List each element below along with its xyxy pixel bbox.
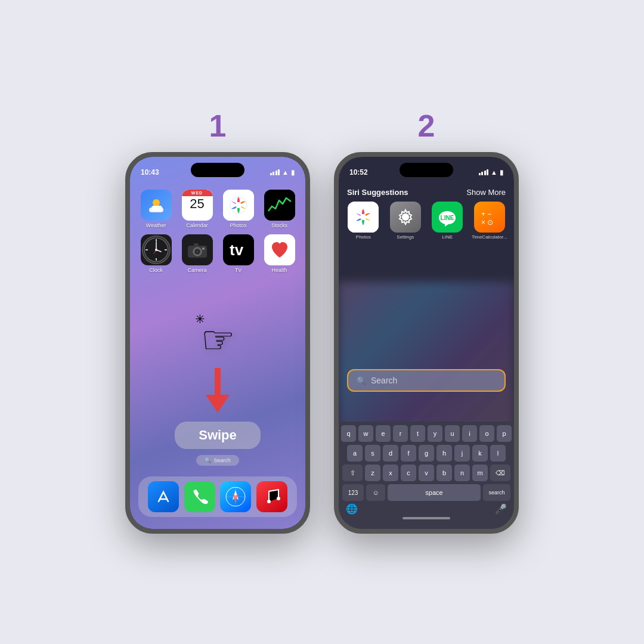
- search-pill[interactable]: 🔍 Search: [196, 455, 239, 466]
- status-icons-2: ▲ ▮: [479, 169, 503, 177]
- key-r[interactable]: r: [393, 425, 408, 442]
- app-photos[interactable]: Photos: [221, 190, 256, 228]
- search-bar[interactable]: 🔍 Search: [347, 369, 506, 392]
- phone2: 10:52 ▲ ▮ Siri Suggestions Show More: [334, 152, 519, 534]
- svg-rect-2: [151, 206, 162, 210]
- dock-appstore[interactable]: [148, 481, 179, 512]
- siri-timecalc-label: TimeCalculator...: [472, 234, 507, 240]
- phone1-inner: 10:43 ▲ ▮: [130, 157, 305, 529]
- dynamic-island-2: [400, 163, 453, 177]
- svg-point-18: [196, 250, 199, 253]
- gesture-area: ☞ ✳ Swipe 🔍 Search: [130, 318, 305, 466]
- siri-app-line[interactable]: LINE LINE: [429, 202, 466, 240]
- app-calendar[interactable]: WED 25 Calendar: [179, 190, 215, 228]
- svg-rect-19: [194, 243, 199, 246]
- key-i[interactable]: i: [462, 425, 477, 442]
- key-space[interactable]: space: [388, 484, 481, 501]
- svg-text:+  −: + −: [481, 210, 491, 218]
- search-bar-container: 🔍 Search: [347, 369, 506, 392]
- svg-point-36: [360, 214, 366, 220]
- dock-phone[interactable]: [184, 481, 215, 512]
- app-tv[interactable]: tv TV: [221, 234, 256, 273]
- key-n[interactable]: n: [454, 465, 470, 481]
- siri-app-settings[interactable]: Settings: [387, 202, 425, 240]
- time-1: 10:43: [141, 168, 159, 177]
- keyboard-row1: q w e r t y u i o p: [341, 425, 512, 442]
- weather-icon: [141, 190, 172, 221]
- signal-icon-2: [479, 169, 489, 175]
- music-icon: [256, 481, 287, 512]
- key-z[interactable]: z: [365, 465, 380, 481]
- app-weather[interactable]: Weather: [138, 190, 174, 228]
- globe-icon[interactable]: 🌐: [346, 503, 358, 515]
- dock-music[interactable]: [256, 481, 287, 512]
- key-p[interactable]: p: [497, 425, 512, 442]
- keyboard-extras: 🌐 🎤: [341, 501, 512, 515]
- svg-point-20: [202, 247, 205, 250]
- key-t[interactable]: t: [410, 425, 425, 442]
- keyboard: q w e r t y u i o p a s d f g: [339, 422, 514, 529]
- stocks-icon: [264, 190, 295, 221]
- step2-number: 2: [418, 110, 435, 141]
- phone-icon: [184, 481, 215, 512]
- wifi-icon-2: ▲: [491, 169, 497, 176]
- siri-apps-grid: Photos Settings: [345, 202, 508, 240]
- down-arrow: [200, 368, 236, 416]
- svg-text:LINE: LINE: [441, 215, 454, 221]
- mic-icon[interactable]: 🎤: [495, 503, 507, 515]
- siri-photos-icon: [348, 202, 379, 233]
- calendar-icon: WED 25: [182, 190, 213, 221]
- key-shift[interactable]: ⇧: [342, 465, 363, 481]
- svg-marker-23: [206, 395, 230, 413]
- key-k[interactable]: k: [472, 445, 488, 462]
- key-e[interactable]: e: [376, 425, 391, 442]
- search-icon: 🔍: [205, 457, 211, 463]
- key-w[interactable]: w: [358, 425, 373, 442]
- app-stocks[interactable]: Stocks: [262, 190, 297, 228]
- app-health[interactable]: Health: [262, 234, 297, 273]
- svg-point-34: [277, 497, 280, 500]
- key-j[interactable]: j: [454, 445, 470, 462]
- key-b[interactable]: b: [436, 465, 452, 481]
- phone1: 10:43 ▲ ▮: [125, 152, 310, 534]
- app-camera[interactable]: Camera: [179, 234, 215, 273]
- key-q[interactable]: q: [341, 425, 356, 442]
- siri-show-more[interactable]: Show More: [466, 188, 506, 197]
- key-s[interactable]: s: [365, 445, 380, 462]
- key-a[interactable]: a: [347, 445, 363, 462]
- key-v[interactable]: v: [419, 465, 434, 481]
- dock-safari[interactable]: [220, 481, 251, 512]
- key-u[interactable]: u: [445, 425, 460, 442]
- search-bar-icon: 🔍: [357, 376, 366, 385]
- key-x[interactable]: x: [383, 465, 398, 481]
- key-l[interactable]: l: [490, 445, 506, 462]
- siri-line-label: LINE: [442, 234, 453, 240]
- key-m[interactable]: m: [472, 465, 488, 481]
- battery-icon: ▮: [291, 169, 295, 177]
- dynamic-island-1: [191, 163, 244, 177]
- key-f[interactable]: f: [401, 445, 416, 462]
- camera-icon: [182, 234, 213, 265]
- key-delete[interactable]: ⌫: [490, 465, 510, 481]
- siri-app-photos[interactable]: Photos: [345, 202, 382, 240]
- svg-point-0: [153, 199, 160, 206]
- key-c[interactable]: c: [401, 465, 416, 481]
- siri-title: Siri Suggestions: [347, 188, 408, 197]
- svg-text:tv: tv: [230, 241, 244, 259]
- siri-app-timecalc[interactable]: + − × ⊙ TimeCalculator...: [471, 202, 509, 240]
- key-g[interactable]: g: [419, 445, 434, 462]
- key-h[interactable]: h: [436, 445, 452, 462]
- step2-container: 2 10:52 ▲ ▮: [334, 110, 519, 534]
- siri-line-icon: LINE: [432, 202, 463, 233]
- app-clock[interactable]: Clock: [138, 234, 174, 273]
- key-o[interactable]: o: [479, 425, 494, 442]
- photos-icon: [223, 190, 254, 221]
- key-y[interactable]: y: [428, 425, 442, 442]
- clock-icon: [141, 234, 172, 265]
- key-emoji[interactable]: ☺: [366, 484, 385, 501]
- key-d[interactable]: d: [383, 445, 398, 462]
- app-grid-1: Weather WED 25 Calendar: [138, 190, 297, 273]
- swipe-button[interactable]: Swipe: [175, 422, 261, 449]
- key-123[interactable]: 123: [342, 484, 364, 501]
- key-search[interactable]: search: [483, 484, 510, 501]
